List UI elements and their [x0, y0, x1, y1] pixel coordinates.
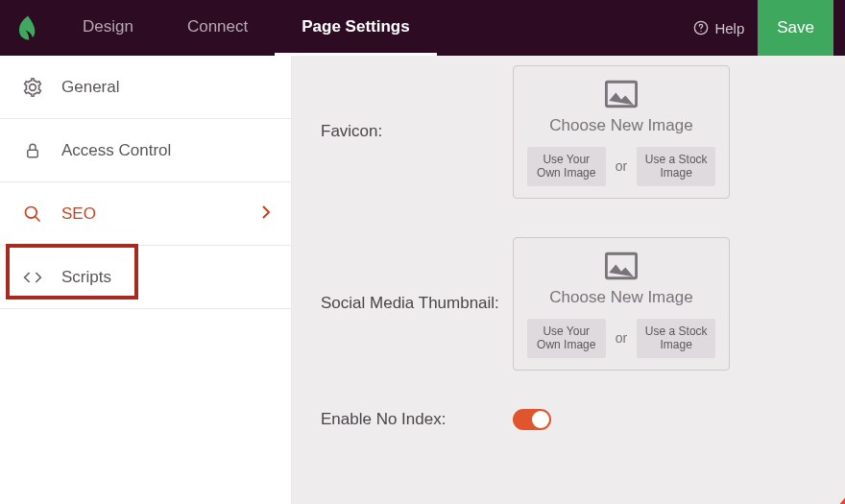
use-stock-image-button[interactable]: Use a Stock Image: [637, 147, 715, 186]
leaf-icon: [13, 13, 42, 42]
sidebar-item-general[interactable]: General: [0, 56, 291, 119]
sidebar-item-label: SEO: [61, 204, 96, 224]
code-icon: [21, 270, 44, 285]
favicon-label: Favicon:: [321, 122, 513, 141]
use-stock-image-button[interactable]: Use a Stock Image: [637, 319, 715, 358]
svg-marker-7: [837, 459, 845, 504]
sidebar-item-access-control[interactable]: Access Control: [0, 119, 291, 182]
no-index-row: Enable No Index:: [321, 409, 816, 430]
or-text: or: [616, 330, 627, 346]
no-index-label: Enable No Index:: [321, 410, 513, 429]
nav-item-page-settings[interactable]: Page Settings: [275, 0, 436, 56]
svg-line-4: [36, 216, 40, 221]
choose-image-label: Choose New Image: [525, 288, 717, 307]
social-thumbnail-label: Social Media Thumbnail:: [321, 294, 513, 313]
image-placeholder-icon: [525, 80, 717, 112]
save-button[interactable]: Save: [758, 0, 833, 56]
sidebar-item-label: Access Control: [61, 141, 171, 160]
use-own-image-button[interactable]: Use Your Own Image: [527, 147, 606, 186]
help-label: Help: [714, 20, 744, 36]
help-icon: [693, 20, 709, 36]
main-panel: Favicon: Choose New Image Use Your Own I…: [292, 56, 845, 504]
svg-point-1: [701, 31, 702, 32]
use-own-image-button[interactable]: Use Your Own Image: [527, 319, 606, 358]
top-nav: Design Connect Page Settings: [56, 0, 437, 56]
social-image-picker: Choose New Image Use Your Own Image or U…: [513, 237, 730, 371]
social-thumbnail-row: Social Media Thumbnail: Choose New Image…: [321, 237, 816, 371]
favicon-image-picker: Choose New Image Use Your Own Image or U…: [513, 65, 730, 199]
gear-icon: [21, 78, 44, 97]
svg-point-3: [26, 206, 37, 218]
sidebar-item-seo[interactable]: SEO: [0, 182, 291, 246]
nav-item-design[interactable]: Design: [56, 0, 160, 56]
help-link[interactable]: Help: [693, 20, 744, 36]
sidebar-item-scripts[interactable]: Scripts: [0, 246, 291, 309]
choose-image-label: Choose New Image: [525, 116, 717, 135]
nav-item-connect[interactable]: Connect: [160, 0, 275, 56]
sidebar-item-label: Scripts: [61, 268, 111, 287]
or-text: or: [616, 158, 627, 174]
sidebar: General Access Control SEO Scripts: [0, 56, 292, 504]
top-bar: Design Connect Page Settings Help Save: [0, 0, 845, 56]
svg-rect-2: [28, 150, 38, 157]
favicon-row: Favicon: Choose New Image Use Your Own I…: [321, 65, 816, 199]
sidebar-item-label: General: [61, 78, 119, 97]
lock-icon: [21, 141, 44, 160]
image-placeholder-icon: [525, 252, 717, 284]
search-icon: [21, 204, 44, 224]
app-logo[interactable]: [0, 0, 56, 56]
chevron-right-icon: [262, 204, 270, 224]
no-index-toggle[interactable]: [513, 409, 551, 430]
